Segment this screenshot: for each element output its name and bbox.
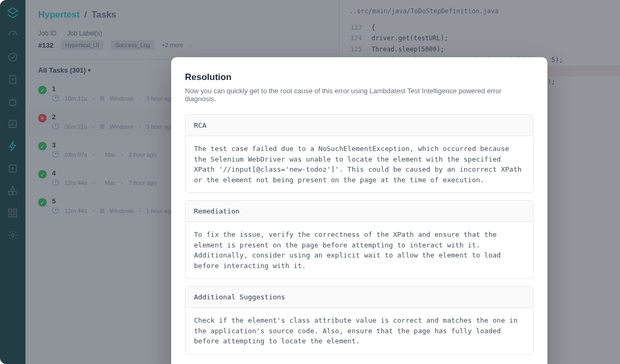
status-failed-icon — [38, 114, 47, 122]
os-icon: ⊞ — [100, 123, 104, 130]
shapes-icon[interactable] — [6, 184, 19, 197]
job-labels-header: Job Label(s) — [67, 30, 102, 37]
svg-rect-10 — [14, 214, 17, 217]
status-success-icon — [38, 86, 47, 94]
check-circle-icon[interactable] — [6, 51, 19, 64]
logo-icon[interactable] — [6, 6, 19, 19]
resolution-modal: Resolution Now you can quickly get to th… — [171, 57, 547, 364]
breadcrumb: Hypertest / Tasks — [38, 10, 326, 20]
modal-section: Additional SuggestionsCheck if the eleme… — [185, 286, 534, 354]
svg-rect-7 — [9, 209, 12, 212]
svg-rect-2 — [10, 100, 16, 105]
status-success-icon — [38, 198, 47, 207]
breadcrumb-root[interactable]: Hypertest — [38, 10, 79, 20]
svg-point-6 — [13, 191, 17, 195]
clock-icon: 🕐 — [52, 123, 59, 130]
os-icon: ⊞ — [100, 95, 104, 102]
status-success-icon — [38, 170, 47, 179]
section-body: Check if the element's class attribute v… — [185, 308, 533, 354]
gear-icon[interactable] — [6, 229, 19, 242]
modal-subtitle: Now you can quickly get to the root caus… — [185, 87, 534, 103]
section-header: RCA — [185, 115, 533, 136]
clock-icon: 🕐 — [52, 151, 59, 158]
sidebar — [0, 0, 25, 364]
svg-rect-8 — [14, 209, 17, 212]
clock-icon: 🕐 — [52, 207, 59, 214]
bar-chart-icon[interactable] — [6, 118, 19, 130]
clock-icon: 🕐 — [52, 179, 59, 186]
modal-section: RemediationTo fix the issue, verify the … — [185, 200, 534, 279]
section-body: To fix the issue, verify the correctness… — [185, 222, 533, 278]
modal-sections: RCAThe test case failed due to a NoSuchE… — [185, 114, 534, 354]
grid-icon[interactable] — [6, 207, 19, 219]
modal-title: Resolution — [185, 72, 534, 83]
job-label[interactable]: Hypertest_UI — [61, 40, 103, 50]
job-row: #132 Hypertest_UI Success_Log +2 more · — [38, 40, 326, 50]
dashboard-icon[interactable] — [6, 29, 19, 41]
code-file-path: ..src/main/java/ToDoStepDefinition.java — [340, 0, 620, 22]
svg-point-0 — [9, 54, 17, 61]
tasks-title[interactable]: All Tasks (301) ▾ — [38, 66, 91, 74]
robot-icon[interactable] — [6, 95, 19, 108]
code-line: 125Thread.sleep(5000); — [349, 44, 610, 55]
clock-icon: 🕐 — [52, 95, 59, 102]
section-body: The test case failed due to a NoSuchElem… — [185, 136, 533, 192]
modal-section: RCAThe test case failed due to a NoSuchE… — [185, 114, 534, 193]
job-label[interactable]: Success_Log — [111, 40, 154, 50]
section-header: Remediation — [185, 201, 533, 222]
svg-rect-5 — [9, 191, 13, 195]
status-success-icon — [38, 142, 47, 150]
code-line: 124driver.get(testURL); — [349, 33, 610, 43]
plus-square-icon[interactable] — [6, 162, 19, 175]
chevron-down-icon: ▾ — [88, 67, 91, 73]
file-plus-icon[interactable] — [6, 73, 19, 86]
job-id-value: #132 — [38, 41, 54, 49]
svg-rect-9 — [9, 214, 12, 217]
bolt-icon[interactable] — [6, 140, 19, 153]
job-header: Job ID Job Label(s) — [38, 30, 326, 37]
svg-point-11 — [12, 234, 14, 237]
os-icon: ⊞ — [100, 207, 104, 214]
section-header: Additional Suggestions — [185, 287, 533, 308]
job-more[interactable]: +2 more — [162, 42, 183, 48]
breadcrumb-current: Tasks — [92, 10, 117, 20]
job-id-header: Job ID — [38, 30, 57, 37]
code-line: 123{ — [349, 22, 610, 33]
